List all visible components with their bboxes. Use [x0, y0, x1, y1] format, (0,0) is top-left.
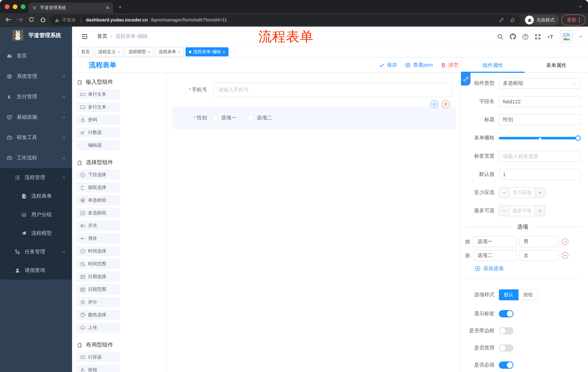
- breadcrumb-home[interactable]: 首页: [97, 33, 107, 40]
- option-label-input[interactable]: [473, 236, 517, 247]
- bookmark-star-icon[interactable]: [510, 17, 515, 23]
- label-width-input[interactable]: [499, 151, 581, 162]
- field-name-input[interactable]: [499, 96, 581, 107]
- close-tab-icon[interactable]: ×: [223, 50, 225, 54]
- password-key-icon[interactable]: [498, 17, 504, 23]
- default-value-input[interactable]: [499, 169, 581, 180]
- sidebar-item-task-management[interactable]: 任务管理: [0, 242, 72, 261]
- palette-item-date-range[interactable]: 日期范围: [76, 284, 120, 295]
- save-button[interactable]: 保存: [379, 62, 397, 68]
- fullscreen-icon[interactable]: [535, 33, 541, 40]
- avatar-caret-icon[interactable]: [578, 34, 583, 39]
- style-button-button[interactable]: 按钮: [518, 289, 538, 300]
- address-bar[interactable]: 不安全 | dashboard.yudao.iocoder.cn/bpm/man…: [50, 15, 520, 25]
- palette-item-password[interactable]: 密码: [76, 115, 120, 125]
- app-logo[interactable]: 芋道管理系统: [0, 27, 72, 41]
- sidebar-item-process-form[interactable]: 流程表单: [0, 187, 72, 205]
- gender-field-selected[interactable]: *性别 选项一 选项二: [172, 106, 456, 129]
- increase-button[interactable]: +: [535, 187, 545, 198]
- phone-field-input[interactable]: 请输入手机号: [214, 83, 452, 97]
- back-icon[interactable]: [5, 16, 12, 23]
- search-icon[interactable]: [497, 33, 504, 40]
- reload-icon[interactable]: [28, 16, 35, 22]
- palette-item-multi-line-text[interactable]: 多行文本: [76, 102, 120, 112]
- decrease-button[interactable]: −: [499, 206, 510, 216]
- palette-item-editor[interactable]: 编辑器: [76, 140, 120, 150]
- component-type-select[interactable]: 多选框组: [499, 78, 581, 89]
- palette-item-switch[interactable]: 开关: [76, 221, 120, 231]
- design-canvas[interactable]: *手机号 请输入手机号 *性别 选项一 选项二: [167, 73, 461, 372]
- border-toggle[interactable]: [499, 327, 514, 335]
- min-select-input[interactable]: 至少应选: [510, 187, 535, 198]
- checkbox[interactable]: [212, 115, 218, 121]
- tab-process-model[interactable]: 流程模型×: [125, 47, 154, 56]
- palette-item-counter[interactable]: 计数器: [76, 128, 120, 138]
- sidebar-item-process-model[interactable]: 流程模型: [0, 224, 72, 242]
- required-toggle[interactable]: [499, 361, 514, 369]
- sidebar-item-user-group[interactable]: 用户分组: [0, 205, 72, 224]
- palette-item-upload[interactable]: 上传: [76, 322, 120, 333]
- palette-item-date-picker[interactable]: 日期选择: [76, 272, 120, 282]
- title-input[interactable]: [499, 114, 581, 125]
- palette-item-button[interactable]: 按钮: [76, 365, 120, 372]
- palette-item-checkbox-group[interactable]: 多选框组: [76, 208, 120, 218]
- collapse-panel-handle[interactable]: [461, 73, 471, 85]
- gender-option-2[interactable]: 选项二: [248, 115, 272, 121]
- palette-item-rate[interactable]: 评分: [76, 297, 120, 307]
- home-icon[interactable]: [40, 16, 46, 23]
- tab-form-props[interactable]: 表单属性: [525, 57, 588, 73]
- disabled-toggle[interactable]: [499, 344, 514, 352]
- increase-button[interactable]: +: [535, 206, 545, 216]
- window-controls[interactable]: [5, 4, 25, 9]
- close-window-button[interactable]: [5, 4, 10, 9]
- sidebar-item-payment[interactable]: 支付管理: [0, 87, 72, 107]
- tab-process-definition[interactable]: 流程定义×: [95, 47, 123, 56]
- remove-option-button[interactable]: [562, 238, 568, 245]
- option-label-input[interactable]: [473, 250, 517, 261]
- sidebar-item-process-management[interactable]: 流程管理: [0, 168, 72, 187]
- close-tab-icon[interactable]: ×: [148, 50, 150, 54]
- palette-item-cascader[interactable]: 级联选择: [76, 182, 120, 192]
- help-icon[interactable]: [522, 33, 529, 40]
- drag-handle-icon[interactable]: [465, 253, 471, 258]
- tab-process-form[interactable]: 流程表单×: [155, 47, 184, 56]
- sidebar-item-workflow[interactable]: 工作流程: [0, 148, 72, 168]
- zoom-window-button[interactable]: [21, 4, 25, 9]
- add-option-button[interactable]: 添加选项: [475, 265, 581, 272]
- gender-option-1[interactable]: 选项一: [212, 115, 237, 121]
- collapse-sidebar-icon[interactable]: [81, 33, 88, 40]
- tab-overflow-chevron-icon[interactable]: [578, 4, 583, 9]
- drag-handle-icon[interactable]: [465, 239, 471, 244]
- palette-item-time-range[interactable]: 时间范围: [76, 259, 120, 269]
- sidebar-item-devtools[interactable]: 研发工具: [0, 128, 72, 148]
- slider-track[interactable]: [499, 137, 577, 139]
- option-value-input[interactable]: [520, 236, 559, 247]
- show-label-toggle[interactable]: [499, 310, 514, 317]
- not-secure-warning-icon[interactable]: [55, 18, 59, 22]
- sidebar-item-infrastructure[interactable]: 基础设施: [0, 107, 72, 128]
- close-tab-icon[interactable]: ×: [117, 50, 120, 54]
- clear-button[interactable]: 清空: [441, 62, 459, 68]
- palette-item-time-picker[interactable]: 时间选择: [76, 246, 120, 256]
- slider-handle[interactable]: [575, 135, 581, 141]
- tab-component-props[interactable]: 组件属性: [461, 57, 525, 73]
- sidebar-item-system[interactable]: 系统管理: [0, 66, 72, 87]
- forward-icon[interactable]: [17, 16, 23, 23]
- phone-field[interactable]: *手机号 请输入手机号: [167, 83, 452, 97]
- browser-tab[interactable]: 芋道管理系统 ✕: [28, 2, 113, 13]
- view-json-button[interactable]: 查看json: [405, 62, 433, 68]
- palette-item-color-picker[interactable]: 颜色选择: [76, 310, 120, 320]
- checkbox[interactable]: [248, 115, 254, 121]
- close-tab-icon[interactable]: ×: [178, 50, 180, 54]
- tab-process-form-edit[interactable]: 流程表单-编辑×: [186, 47, 229, 56]
- grid-slider[interactable]: [499, 132, 581, 143]
- minimize-window-button[interactable]: [13, 4, 18, 9]
- duplicate-component-button[interactable]: [430, 100, 439, 108]
- browser-menu-icon[interactable]: [579, 18, 580, 22]
- chrome-update-button[interactable]: 更新: [561, 15, 586, 25]
- delete-component-button[interactable]: [442, 100, 450, 108]
- close-tab-icon[interactable]: ✕: [105, 5, 110, 11]
- decrease-button[interactable]: −: [499, 187, 510, 198]
- palette-item-row-container[interactable]: 行容器: [76, 352, 120, 362]
- avatar[interactable]: [560, 30, 573, 43]
